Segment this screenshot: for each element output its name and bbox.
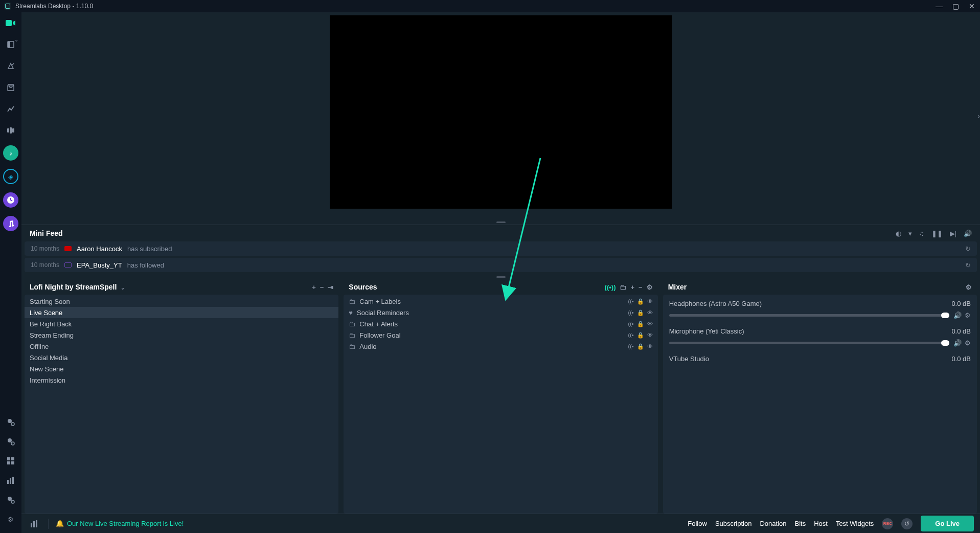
scene-row[interactable]: Be Right Back (25, 318, 338, 329)
eye-icon[interactable]: 👁 (647, 321, 653, 327)
mute-icon[interactable]: 👁 (647, 298, 653, 305)
mixer-gear-icon[interactable]: ⚙ (965, 339, 971, 347)
lock-icon[interactable]: 🔒 (637, 298, 644, 305)
contrast-icon[interactable]: ◐ (896, 230, 901, 237)
source-row[interactable]: 🗀Follower Goal((•🔒👁 (344, 329, 657, 341)
skip-icon[interactable]: ▶| (950, 230, 956, 237)
mixer-panel: Mixer ⚙ Headphones (Astro A50 Game)0.0 d… (663, 279, 977, 514)
pause-icon[interactable]: ❚❚ (931, 230, 943, 237)
bits-link[interactable]: Bits (794, 520, 806, 527)
stream-icon[interactable]: ((• (628, 332, 633, 339)
repeat-icon[interactable]: ↻ (965, 261, 971, 269)
editor-dropdown-icon[interactable]: ⌄ (14, 37, 18, 42)
feed-time: 10 months (31, 245, 59, 252)
notification-area[interactable]: 🔔 Our New Live Streaming Report is Live! (56, 520, 184, 527)
go-live-button[interactable]: Go Live (921, 516, 974, 531)
mixer-settings-icon[interactable]: ⚙ (966, 283, 972, 291)
app-music-icon[interactable] (3, 216, 18, 231)
folder-icon: 🗀 (349, 331, 355, 339)
test-widgets-button[interactable]: Test Widgets (836, 520, 874, 527)
svg-point-8 (11, 423, 14, 426)
source-stream-icon[interactable]: ((•)) (605, 283, 616, 291)
mixer-slider[interactable] (669, 314, 949, 317)
mixer-slider[interactable] (669, 342, 949, 344)
stream-icon[interactable]: ((• (628, 343, 633, 350)
remove-scene-icon[interactable]: − (320, 283, 324, 291)
music-icon[interactable]: ♫ (919, 230, 924, 237)
preview-canvas[interactable] (330, 15, 672, 209)
repeat-icon[interactable]: ↻ (965, 245, 971, 253)
add-folder-icon[interactable]: 🗀 (620, 283, 626, 291)
highlighter-icon[interactable] (4, 124, 17, 137)
themes-icon[interactable] (4, 59, 17, 73)
speaker-icon[interactable]: 🔊 (953, 339, 962, 347)
scenes-collection-dropdown[interactable]: Lofi Night by StreamSpell ⌄ (30, 283, 125, 291)
svg-rect-0 (6, 20, 12, 26)
mute-icon[interactable]: 👁 (647, 309, 653, 316)
apps1-icon[interactable] (4, 415, 17, 429)
window-minimize-button[interactable]: — (935, 2, 943, 10)
source-row[interactable]: 🗀Audio((•🔒👁 (344, 341, 657, 352)
scene-row[interactable]: New Scene (25, 363, 338, 374)
donation-link[interactable]: Donation (760, 520, 786, 527)
app-clock-icon[interactable] (3, 192, 18, 208)
divider-handle-2[interactable] (496, 276, 506, 278)
scene-row[interactable]: Live Scene (25, 307, 338, 318)
scene-row[interactable]: Offline (25, 341, 338, 352)
store-icon[interactable] (4, 81, 17, 94)
window-maximize-button[interactable]: ▢ (951, 2, 960, 10)
mixer-source-name: Microphone (Yeti Classic) (669, 327, 744, 335)
minifeed-row: 10 months EPA_Busty_YT has followed ↻ (25, 258, 977, 272)
lock-icon[interactable]: 🔒 (637, 343, 644, 350)
divider-handle-1[interactable] (496, 221, 506, 223)
lock-icon[interactable]: 🔒 (637, 321, 644, 327)
mixer-thumb[interactable] (941, 313, 949, 318)
platform-badge (64, 246, 72, 251)
stream-icon[interactable]: ((• (628, 309, 633, 316)
scene-row[interactable]: Starting Soon (25, 296, 338, 307)
stream-icon[interactable]: ((• (628, 321, 633, 327)
svg-rect-11 (7, 457, 10, 460)
dashboard-icon[interactable] (4, 102, 17, 116)
window-close-button[interactable]: ✕ (968, 2, 976, 10)
volume-icon[interactable]: 🔊 (964, 230, 972, 237)
host-link[interactable]: Host (814, 520, 828, 527)
apps2-icon[interactable] (4, 435, 17, 448)
source-row[interactable]: 🗀Chat + Alerts((•🔒👁 (344, 318, 657, 329)
subscription-link[interactable]: Subscription (715, 520, 752, 527)
mute-icon[interactable]: 👁 (647, 332, 653, 339)
lock-icon[interactable]: 🔒 (637, 332, 644, 339)
add-source-icon[interactable]: + (630, 283, 634, 291)
stream-icon[interactable]: ((• (628, 298, 633, 305)
speaker-icon[interactable]: 🔊 (953, 312, 962, 319)
mute-icon[interactable]: 👁 (647, 343, 653, 350)
replay-button[interactable]: ↺ (901, 518, 913, 529)
grid-icon[interactable] (4, 454, 17, 468)
apps3-icon[interactable] (4, 493, 17, 506)
filter-icon[interactable]: ▾ (908, 230, 912, 237)
lock-icon[interactable]: 🔒 (637, 309, 644, 316)
source-row[interactable]: ♥Social Reminders((•🔒👁 (344, 307, 657, 318)
performance-icon[interactable] (28, 517, 41, 530)
settings-icon[interactable]: ⚙ (4, 513, 17, 526)
mixer-item: VTube Studio0.0 dB (663, 351, 977, 371)
add-scene-icon[interactable]: + (312, 283, 316, 291)
follow-link[interactable]: Follow (688, 520, 707, 527)
app-diamond-icon[interactable]: ◈ (3, 169, 18, 184)
remove-source-icon[interactable]: − (639, 283, 643, 291)
collapse-right-icon[interactable]: › (977, 112, 980, 120)
scene-row[interactable]: Social Media (25, 352, 338, 363)
mixer-db: 0.0 dB (951, 327, 971, 335)
bars-icon[interactable] (4, 474, 17, 487)
record-button[interactable]: REC (882, 518, 893, 529)
scene-transition-icon[interactable]: ⇥ (328, 283, 333, 291)
app-teal-icon[interactable]: ♪ (3, 145, 18, 161)
mixer-thumb[interactable] (941, 340, 949, 346)
source-properties-icon[interactable]: ⚙ (647, 283, 653, 291)
svg-point-7 (8, 419, 12, 423)
editor-icon[interactable] (4, 16, 17, 30)
source-row[interactable]: 🗀Cam + Labels((•🔒👁 (344, 296, 657, 307)
mixer-gear-icon[interactable]: ⚙ (965, 312, 971, 319)
scene-row[interactable]: Stream Ending (25, 329, 338, 341)
scene-row[interactable]: Intermission (25, 374, 338, 386)
